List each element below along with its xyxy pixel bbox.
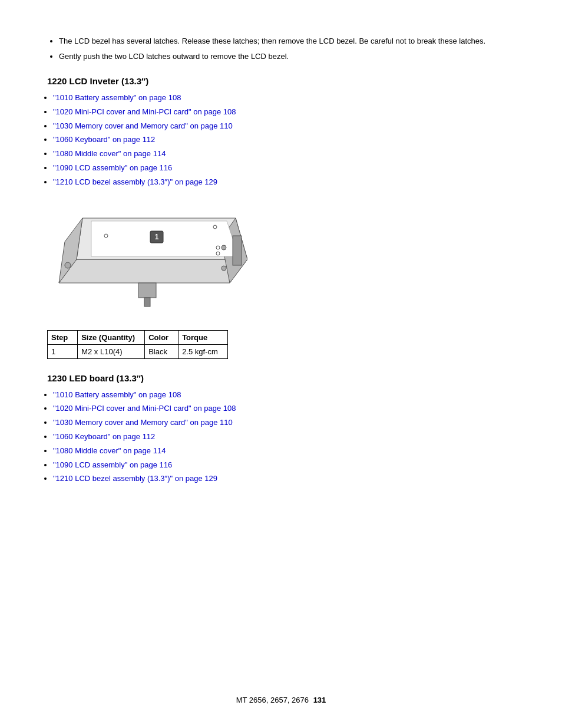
prereq-link[interactable]: "1010 Battery assembly" on page 108: [53, 390, 181, 399]
prereq-link[interactable]: "1020 Mini-PCI cover and Mini-PCI card" …: [53, 107, 236, 116]
prereq-link[interactable]: "1210 LCD bezel assembly (13.3″)" on pag…: [53, 177, 217, 186]
prereq-item: "1030 Memory cover and Memory card" on p…: [53, 417, 515, 429]
page: The LCD bezel has several latches. Relea…: [0, 0, 562, 728]
svg-rect-9: [233, 236, 242, 265]
prereq-item: "1010 Battery assembly" on page 108: [53, 92, 515, 104]
intro-bullet-1: The LCD bezel has several latches. Relea…: [59, 35, 515, 47]
prereq-item: "1210 LCD bezel assembly (13.3″)" on pag…: [53, 473, 515, 485]
svg-point-8: [222, 266, 226, 271]
table-header-cell: Color: [145, 330, 178, 344]
table-row: 1M2 x L10(4)Black2.5 kgf-cm: [48, 344, 228, 358]
prereq-link[interactable]: "1060 Keyboard" on page 112: [53, 135, 155, 144]
section-1230-title: 1230 LED board (13.3″): [47, 373, 515, 383]
prereq-item: "1010 Battery assembly" on page 108: [53, 389, 515, 401]
table-cell: Black: [145, 344, 178, 358]
prereq-item: "1020 Mini-PCI cover and Mini-PCI card" …: [53, 106, 515, 118]
svg-rect-5: [138, 283, 156, 298]
prereq-item: "1090 LCD assembly" on page 116: [53, 162, 515, 174]
prereq-item: "1030 Memory cover and Memory card" on p…: [53, 120, 515, 133]
section-1220-title: 1220 LCD Inveter (13.3″): [47, 76, 515, 86]
screw-table: StepSize (Quantity)ColorTorque 1M2 x L10…: [47, 330, 228, 359]
prereq-item: "1080 Middle cover" on page 114: [53, 148, 515, 160]
intro-bullets: The LCD bezel has several latches. Relea…: [59, 35, 515, 62]
prereq-link[interactable]: "1080 Middle cover" on page 114: [53, 446, 166, 455]
prereq-item: "1060 Keyboard" on page 112: [53, 134, 515, 146]
table-header-cell: Size (Quantity): [78, 330, 145, 344]
intro-bullet-2: Gently push the two LCD latches outward …: [59, 51, 515, 62]
prereq-item: "1210 LCD bezel assembly (13.3″)" on pag…: [53, 176, 515, 189]
prereq-link[interactable]: "1090 LCD assembly" on page 116: [53, 163, 172, 172]
svg-point-10: [65, 262, 71, 268]
prereq-link[interactable]: "1090 LCD assembly" on page 116: [53, 460, 172, 469]
prereq-link[interactable]: "1030 Memory cover and Memory card" on p…: [53, 418, 233, 427]
svg-point-7: [222, 245, 226, 250]
footer-page-number: 131: [313, 696, 326, 704]
prereq-link[interactable]: "1030 Memory cover and Memory card" on p…: [53, 121, 233, 130]
footer: MT 2656, 2657, 2676 131: [0, 696, 562, 704]
table-cell: M2 x L10(4): [78, 344, 145, 358]
prereq-item: "1060 Keyboard" on page 112: [53, 431, 515, 443]
diagram-container: 1: [47, 200, 515, 318]
prereq-item: "1090 LCD assembly" on page 116: [53, 459, 515, 472]
table-cell: 1: [48, 344, 78, 358]
prereq-link[interactable]: "1010 Battery assembly" on page 108: [53, 93, 181, 102]
lcd-inverter-diagram: 1: [47, 200, 247, 318]
svg-marker-0: [59, 259, 247, 283]
table-header-cell: Torque: [178, 330, 228, 344]
prereq-link[interactable]: "1080 Middle cover" on page 114: [53, 149, 166, 158]
prereq-link[interactable]: "1020 Mini-PCI cover and Mini-PCI card" …: [53, 404, 236, 413]
svg-rect-6: [144, 298, 150, 307]
section-1230-prereqs: "1010 Battery assembly" on page 108"1020…: [53, 389, 515, 486]
section-1220-prereqs: "1010 Battery assembly" on page 108"1020…: [53, 92, 515, 189]
table-header-cell: Step: [48, 330, 78, 344]
table-cell: 2.5 kgf-cm: [178, 344, 228, 358]
prereq-link[interactable]: "1210 LCD bezel assembly (13.3″)" on pag…: [53, 474, 217, 483]
prereq-item: "1080 Middle cover" on page 114: [53, 445, 515, 457]
prereq-item: "1020 Mini-PCI cover and Mini-PCI card" …: [53, 403, 515, 415]
svg-text:1: 1: [155, 233, 159, 241]
prereq-link[interactable]: "1060 Keyboard" on page 112: [53, 432, 155, 441]
footer-mt-label: MT 2656, 2657, 2676: [236, 696, 309, 704]
